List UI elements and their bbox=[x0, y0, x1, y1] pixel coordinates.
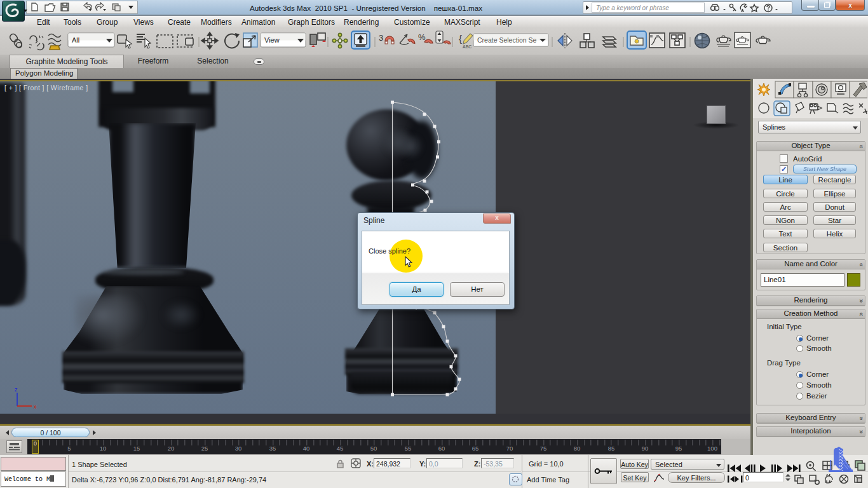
svg-text:All: All bbox=[72, 36, 79, 44]
svg-text:3: 3 bbox=[379, 33, 383, 43]
svg-text:View: View bbox=[264, 36, 280, 44]
svg-text:%: % bbox=[418, 32, 426, 42]
svg-text:{: { bbox=[459, 33, 462, 44]
svg-text:z: z bbox=[15, 386, 18, 393]
svg-text:ABC: ABC bbox=[463, 44, 471, 49]
svg-text:Create Selection Se: Create Selection Se bbox=[477, 36, 537, 44]
svg-text:x: x bbox=[34, 403, 37, 410]
